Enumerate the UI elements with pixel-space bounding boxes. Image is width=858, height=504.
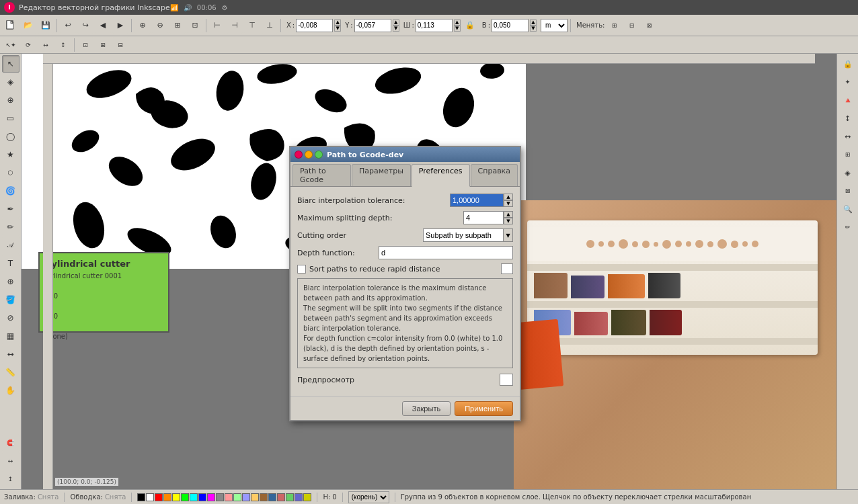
swatch-pink[interactable] (225, 493, 233, 501)
align-left-btn[interactable]: ⊢ (209, 17, 225, 34)
pen-tool[interactable]: ✒ (2, 200, 20, 218)
tab-preferences[interactable]: Preferences (412, 164, 470, 187)
flip-v-btn[interactable]: ↕ (2, 470, 20, 488)
fit-btn[interactable]: ⊞ (169, 17, 186, 34)
swatch-yellow[interactable] (172, 493, 180, 501)
fit-page-btn[interactable]: ⊡ (187, 17, 203, 34)
swatch-red[interactable] (155, 493, 163, 501)
minimize-window-btn[interactable] (305, 151, 313, 159)
x-down[interactable]: ▼ (334, 26, 341, 32)
swatch-green[interactable] (181, 493, 189, 501)
close-window-btn[interactable] (295, 151, 303, 159)
save-button[interactable]: 💾 (38, 17, 54, 34)
ctx-btn1[interactable]: ↖✦ (3, 37, 19, 53)
swatch-blue[interactable] (198, 493, 206, 501)
maxsplit-input[interactable] (463, 211, 504, 224)
y-spinner[interactable]: ▲ ▼ (393, 19, 399, 32)
transform-btn1[interactable]: ⊞ (606, 17, 622, 34)
3d-tool[interactable]: ⬡ (2, 164, 20, 181)
swatch-white[interactable] (146, 493, 154, 501)
ctx-btn3[interactable]: ↔ (38, 37, 54, 53)
rp-btn9[interactable]: 🔍 (839, 200, 857, 218)
x-spinner[interactable]: ▲ ▼ (334, 19, 341, 32)
swatch-lime[interactable] (286, 493, 294, 501)
ctx-btn2[interactable]: ⟳ (20, 37, 36, 53)
eyedrop-tool[interactable]: ⊘ (2, 309, 20, 327)
w-input[interactable] (416, 19, 453, 32)
ctx-btn6[interactable]: ⊞ (95, 37, 111, 53)
swatch-black[interactable] (137, 493, 145, 501)
biarc-spinner[interactable]: ▲ ▼ (504, 194, 513, 207)
rp-btn8[interactable]: ⊠ (839, 182, 857, 200)
flip-h-btn[interactable]: ↔ (2, 452, 20, 470)
layer-select[interactable]: (корень) (348, 491, 389, 503)
swatch-navy[interactable] (268, 493, 276, 501)
measure-tool[interactable]: 📏 (2, 364, 20, 381)
close-button[interactable]: Закрыть (402, 401, 451, 416)
h-down[interactable]: ▼ (530, 26, 537, 32)
fwd-btn[interactable]: ▶ (112, 17, 128, 34)
star-tool[interactable]: ★ (2, 146, 20, 163)
hand-tool[interactable]: ✋ (2, 382, 20, 399)
back-btn[interactable]: ◀ (95, 17, 111, 34)
maximize-window-btn[interactable] (315, 151, 323, 159)
rp-btn4[interactable]: ↕ (839, 110, 857, 127)
rp-btn6[interactable]: ⊞ (839, 146, 857, 163)
h-spinner[interactable]: ▲ ▼ (530, 19, 537, 32)
y-down[interactable]: ▼ (393, 26, 399, 32)
sort-paths-checkbox[interactable] (297, 265, 306, 274)
snap-toggle[interactable]: 🧲 (2, 434, 20, 452)
connector-tool[interactable]: ↔ (2, 345, 20, 363)
ctx-btn5[interactable]: ⊡ (77, 37, 93, 53)
maxsplit-spinner[interactable]: ▲ ▼ (504, 211, 513, 224)
swatch-violet[interactable] (295, 493, 303, 501)
rp-btn2[interactable]: ✦ (839, 73, 857, 91)
rp-btn10[interactable]: ✏ (839, 218, 857, 236)
w-down[interactable]: ▼ (454, 26, 461, 32)
file-button[interactable] (3, 17, 19, 34)
fill-tool[interactable]: 🪣 (2, 291, 20, 308)
apply-button[interactable]: Применить (455, 401, 513, 416)
transform-btn2[interactable]: ⊟ (623, 17, 639, 34)
swatch-lightblue[interactable] (242, 493, 250, 501)
swatch-gray[interactable] (216, 493, 224, 501)
spray-tool[interactable]: ⊕ (2, 273, 20, 290)
rp-btn7[interactable]: ◈ (839, 164, 857, 181)
w-up[interactable]: ▲ (454, 19, 461, 26)
zoom-out-btn[interactable]: ⊖ (152, 17, 168, 34)
x-input[interactable] (296, 19, 333, 32)
maxsplit-down[interactable]: ▼ (504, 218, 513, 224)
align-center-btn[interactable]: ⊣ (227, 17, 243, 34)
w-spinner[interactable]: ▲ ▼ (454, 19, 461, 32)
x-up[interactable]: ▲ (334, 19, 341, 26)
unit-select[interactable]: m mm px (541, 19, 568, 32)
swatch-magenta[interactable] (207, 493, 215, 501)
tab-path-to-gcode[interactable]: Path to Gcode (292, 164, 351, 186)
biarc-up[interactable]: ▲ (504, 194, 513, 200)
circle-tool[interactable]: ◯ (2, 128, 20, 145)
node-tool[interactable]: ◈ (2, 73, 20, 91)
tab-parameters[interactable]: Параметры (352, 164, 411, 186)
undo-btn[interactable]: ↩ (60, 17, 76, 34)
gcode-dialog[interactable]: Path to Gcode-dev Path to Gcode Параметр… (289, 146, 521, 421)
spiral-tool[interactable]: 🌀 (2, 182, 20, 200)
biarc-input[interactable] (450, 194, 504, 207)
rp-btn1[interactable]: 🔒 (839, 55, 857, 73)
y-up[interactable]: ▲ (393, 19, 399, 26)
rect-tool[interactable]: ▭ (2, 110, 20, 127)
h-input[interactable] (492, 19, 529, 32)
ctx-btn7[interactable]: ⊟ (112, 37, 128, 53)
calligraphy-tool[interactable]: 𝒜 (2, 237, 20, 254)
zoom-in-btn[interactable]: ⊕ (134, 17, 151, 34)
swatch-cyan[interactable] (190, 493, 198, 501)
maxsplit-up[interactable]: ▲ (504, 211, 513, 218)
transform-btn3[interactable]: ⊠ (641, 17, 657, 34)
zoom-tool[interactable]: ⊕ (2, 91, 20, 109)
align-right-btn[interactable]: ⊤ (244, 17, 260, 34)
lock-btn[interactable]: 🔒 (462, 17, 478, 34)
swatch-olive[interactable] (303, 493, 311, 501)
biarc-down[interactable]: ▼ (504, 200, 513, 207)
y-input[interactable] (354, 19, 391, 32)
pencil-tool[interactable]: ✏ (2, 218, 20, 236)
rp-btn3[interactable]: 🔺 (839, 91, 857, 109)
